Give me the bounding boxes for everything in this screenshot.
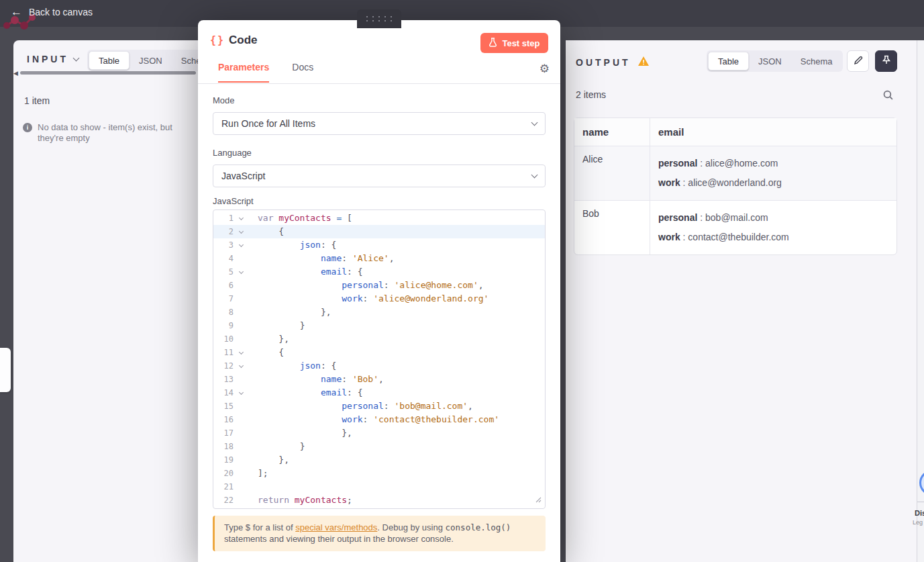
- mode-select[interactable]: Run Once for All Items: [213, 112, 546, 135]
- code-text: {: [248, 225, 545, 238]
- code-editor-lines: 1var myContacts = [2 {3 json: {4 name: '…: [213, 212, 545, 507]
- code-line[interactable]: 5 email: {: [213, 265, 545, 279]
- editor-hint-box: Type $ for a list of special vars/method…: [213, 516, 546, 551]
- code-line[interactable]: 22return myContacts;: [213, 494, 545, 507]
- line-number: 17: [213, 426, 234, 440]
- tab-parameters[interactable]: Parameters: [218, 62, 269, 83]
- line-number: 10: [213, 332, 234, 346]
- search-icon[interactable]: [882, 89, 894, 103]
- fold-spacer: [234, 440, 248, 453]
- edge-divider: [917, 502, 924, 502]
- fold-chevron-icon[interactable]: [234, 238, 248, 252]
- code-line[interactable]: 14 email: {: [213, 386, 545, 400]
- hint-text-post: statements and viewing their output in t…: [224, 534, 454, 544]
- gear-icon[interactable]: ⚙: [540, 62, 550, 75]
- fold-chevron-icon[interactable]: [234, 265, 248, 279]
- output-table-header-row: nameemail: [574, 118, 896, 146]
- fold-spacer: [234, 279, 248, 292]
- code-line[interactable]: 18 }: [213, 440, 545, 453]
- fold-spacer: [234, 413, 248, 426]
- code-line[interactable]: 9 }: [213, 319, 545, 332]
- line-number: 16: [213, 413, 234, 426]
- code-line[interactable]: 17 },: [213, 426, 545, 440]
- mode-label: Mode: [213, 95, 546, 105]
- output-table: nameemail Alicepersonal : alice@home.com…: [574, 118, 897, 255]
- code-editor[interactable]: 1var myContacts = [2 {3 json: {4 name: '…: [213, 209, 546, 509]
- code-text: email: {: [248, 265, 545, 279]
- fold-chevron-icon[interactable]: [234, 346, 248, 359]
- fold-spacer: [234, 306, 248, 319]
- panel-collapse-handle[interactable]: [0, 348, 11, 392]
- code-line[interactable]: 1var myContacts = [: [213, 212, 545, 225]
- pin-data-button[interactable]: [875, 50, 897, 72]
- input-items-count: 1 item: [24, 95, 50, 106]
- pencil-icon: [853, 55, 864, 68]
- drag-dots-icon: [366, 16, 392, 21]
- special-vars-link[interactable]: special vars/methods: [295, 522, 377, 532]
- mode-select-value: Run Once for All Items: [221, 118, 315, 129]
- test-step-button[interactable]: Test step: [480, 33, 548, 53]
- code-line[interactable]: 10 },: [213, 332, 545, 346]
- edge-widget-circle[interactable]: [919, 470, 924, 496]
- back-to-canvas-button[interactable]: ← Back to canvas: [11, 6, 93, 17]
- code-line[interactable]: 20];: [213, 467, 545, 480]
- table-row[interactable]: Alicepersonal : alice@home.comwork : ali…: [574, 146, 896, 201]
- output-tab-table[interactable]: Table: [708, 52, 749, 71]
- edit-output-button[interactable]: [847, 50, 869, 72]
- code-text: email: {: [248, 386, 545, 400]
- input-tab-table[interactable]: Table: [89, 51, 130, 70]
- language-label: Language: [213, 148, 546, 158]
- input-header[interactable]: INPUT: [27, 54, 79, 64]
- input-horizontal-scrollbar[interactable]: [20, 71, 196, 75]
- code-line[interactable]: 13 name: 'Bob',: [213, 373, 545, 386]
- code-node-icon: {}: [210, 34, 225, 46]
- column-header-name: name: [574, 118, 650, 146]
- input-tab-json[interactable]: JSON: [130, 51, 172, 70]
- code-text: json: {: [248, 359, 545, 373]
- code-line[interactable]: 11 {: [213, 346, 545, 359]
- line-number: 19: [213, 453, 234, 467]
- output-tab-schema[interactable]: Schema: [791, 52, 842, 71]
- code-text: },: [248, 426, 545, 440]
- line-number: 13: [213, 373, 234, 386]
- code-line[interactable]: 3 json: {: [213, 238, 545, 252]
- fold-spacer: [234, 494, 248, 507]
- fold-spacer: [234, 252, 248, 265]
- fold-chevron-icon[interactable]: [234, 359, 248, 373]
- fold-spacer: [234, 453, 248, 467]
- code-line[interactable]: 21: [213, 480, 545, 494]
- info-icon: i: [23, 123, 32, 132]
- code-editor-label: JavaScript: [213, 196, 546, 206]
- code-line[interactable]: 8 },: [213, 306, 545, 319]
- fold-spacer: [234, 467, 248, 480]
- table-row[interactable]: Bobpersonal : bob@mail.comwork : contact…: [574, 201, 896, 254]
- modal-drag-handle[interactable]: [357, 9, 401, 28]
- language-select[interactable]: JavaScript: [213, 165, 546, 187]
- code-text: },: [248, 453, 545, 467]
- node-title[interactable]: Code: [229, 34, 258, 47]
- tab-docs[interactable]: Docs: [292, 62, 313, 83]
- resize-grip-icon[interactable]: [535, 495, 542, 505]
- code-line[interactable]: 16 work: 'contact@thebuilder.com': [213, 413, 545, 426]
- scroll-left-icon[interactable]: ◀: [13, 70, 18, 77]
- code-line[interactable]: 6 personal: 'alice@home.com',: [213, 279, 545, 292]
- fold-chevron-icon[interactable]: [234, 225, 248, 238]
- cell-name: Bob: [574, 201, 650, 254]
- line-number: 18: [213, 440, 234, 453]
- output-tab-json[interactable]: JSON: [749, 52, 791, 71]
- input-empty-message: i No data to show - item(s) exist, but t…: [23, 122, 197, 144]
- code-line[interactable]: 19 },: [213, 453, 545, 467]
- edge-label-2: Leg: [913, 519, 923, 526]
- parameters-body: Mode Run Once for All Items Language Jav…: [213, 84, 546, 551]
- fold-chevron-icon[interactable]: [234, 212, 248, 225]
- chevron-down-icon: [531, 171, 538, 178]
- code-line[interactable]: 15 personal: 'bob@mail.com',: [213, 400, 545, 413]
- code-line[interactable]: 2 {: [213, 225, 545, 238]
- line-number: 8: [213, 306, 234, 319]
- code-line[interactable]: 7 work: 'alice@wonderland.org': [213, 292, 545, 306]
- code-line[interactable]: 12 json: {: [213, 359, 545, 373]
- code-text: work: 'alice@wonderland.org': [248, 292, 545, 306]
- fold-chevron-icon[interactable]: [234, 386, 248, 400]
- code-text: var myContacts = [: [248, 212, 545, 225]
- code-line[interactable]: 4 name: 'Alice',: [213, 252, 545, 265]
